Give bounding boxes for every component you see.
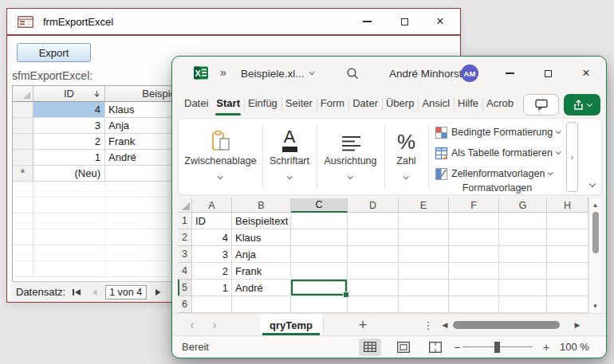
hscroll-left-icon[interactable]: ◀ xyxy=(439,314,451,336)
cell-styles-button[interactable]: Zellenformatvorlagen xyxy=(435,165,553,182)
cell-A6[interactable] xyxy=(192,296,232,313)
row-header-2[interactable]: 2 xyxy=(178,229,192,246)
search-icon[interactable] xyxy=(346,67,360,80)
sheet-prev-button[interactable]: ‹ xyxy=(183,314,201,336)
cell-C2[interactable] xyxy=(291,229,348,246)
tab-formeln[interactable]: Form xyxy=(317,90,348,118)
hscrollbar-thumb[interactable] xyxy=(453,321,560,329)
column-header-D[interactable]: D xyxy=(348,198,399,213)
cell-H5[interactable] xyxy=(547,280,588,296)
cell-C4[interactable] xyxy=(291,263,348,280)
row-header-5[interactable]: 5 xyxy=(178,280,192,296)
cell-D2[interactable] xyxy=(348,229,399,246)
excel-minimize-button[interactable] xyxy=(498,57,522,90)
hscroll-right-icon[interactable]: ▶ xyxy=(571,314,584,336)
tab-seitenlayout[interactable]: Seiter xyxy=(281,90,317,118)
page-layout-view-button[interactable] xyxy=(392,339,415,356)
cell-F3[interactable] xyxy=(449,246,499,263)
cell-E2[interactable] xyxy=(399,229,449,246)
cell-E6[interactable] xyxy=(399,296,449,313)
ribbon-group-number[interactable]: % Zahl xyxy=(384,119,428,194)
minimize-button[interactable] xyxy=(355,9,379,34)
column-header-G[interactable]: G xyxy=(499,198,547,213)
cell-E4[interactable] xyxy=(399,263,449,280)
cell-B5[interactable]: André xyxy=(232,280,291,296)
cell-B1[interactable]: Beispieltext xyxy=(232,213,291,229)
page-break-view-button[interactable] xyxy=(424,339,447,356)
record-selector[interactable] xyxy=(13,118,33,134)
cell-E5[interactable] xyxy=(399,280,449,296)
cell-C1[interactable] xyxy=(291,213,348,229)
sheet-tab-qrytemp[interactable]: qryTemp xyxy=(260,314,322,336)
tab-ansicht[interactable]: Ansicl xyxy=(418,90,454,118)
next-record-button[interactable] xyxy=(152,286,164,299)
row-header-1[interactable]: 1 xyxy=(178,213,192,229)
cell-D1[interactable] xyxy=(348,213,399,229)
zoom-slider-handle[interactable] xyxy=(494,342,500,353)
cell-A4[interactable]: 2 xyxy=(192,263,232,280)
zoom-out-button[interactable]: − xyxy=(451,336,462,358)
select-all-corner[interactable] xyxy=(178,198,192,213)
cell-A3[interactable]: 3 xyxy=(192,246,232,263)
quick-access-overflow[interactable]: » xyxy=(220,66,226,79)
cell-D5[interactable] xyxy=(348,280,399,296)
cell-G1[interactable] xyxy=(499,213,547,229)
format-as-table-button[interactable]: Als Tabelle formatieren xyxy=(435,144,560,162)
record-selector[interactable] xyxy=(13,102,33,118)
tab-einfuegen[interactable]: Einfüg xyxy=(244,90,281,118)
cell-B6[interactable] xyxy=(232,296,291,313)
cell-F6[interactable] xyxy=(449,296,499,313)
column-header-A[interactable]: A xyxy=(192,198,232,213)
cell-id[interactable]: 4 xyxy=(33,102,105,118)
avatar[interactable]: AM xyxy=(461,65,478,82)
scrollbar-thumb[interactable] xyxy=(592,212,599,253)
sheet-next-button[interactable]: › xyxy=(206,314,223,336)
collapse-ribbon-button[interactable] xyxy=(585,179,600,190)
cell-G5[interactable] xyxy=(499,280,547,296)
cell-A1[interactable]: ID xyxy=(192,213,232,229)
row-header-3[interactable]: 3 xyxy=(178,246,192,263)
cell-A2[interactable]: 4 xyxy=(192,229,232,246)
tab-datei[interactable]: Datei xyxy=(180,90,212,118)
cell-id[interactable]: 2 xyxy=(33,134,105,150)
cell-G4[interactable] xyxy=(499,263,547,280)
filename-menu[interactable]: Beispiele.xl... xyxy=(241,57,313,90)
export-button[interactable]: Export xyxy=(17,43,91,62)
scroll-down-icon[interactable]: ▼ xyxy=(589,303,601,310)
cell-F1[interactable] xyxy=(449,213,499,229)
tab-daten[interactable]: Dater xyxy=(348,90,382,118)
share-button[interactable] xyxy=(564,94,600,115)
cell-E3[interactable] xyxy=(399,246,449,263)
column-header-B[interactable]: B xyxy=(232,198,291,213)
column-header-id[interactable]: ID xyxy=(33,86,105,102)
datasheet-select-all[interactable] xyxy=(13,86,33,102)
record-selector[interactable] xyxy=(13,134,33,150)
column-header-F[interactable]: F xyxy=(449,198,499,213)
cell-H4[interactable] xyxy=(547,263,588,280)
record-position-box[interactable]: 1 von 4 xyxy=(105,285,147,299)
cell-H6[interactable] xyxy=(547,296,588,313)
excel-close-button[interactable]: × xyxy=(574,57,598,90)
cell-E1[interactable] xyxy=(399,213,449,229)
ribbon-scroll-next-button[interactable]: › xyxy=(566,122,578,192)
cell-D4[interactable] xyxy=(348,263,399,280)
row-header-4[interactable]: 4 xyxy=(178,263,192,280)
ribbon-group-alignment[interactable]: Ausrichtung xyxy=(317,119,384,194)
account-name[interactable]: André Minhorst xyxy=(389,57,462,90)
scroll-up-icon[interactable]: ▲ xyxy=(589,202,601,209)
record-selector[interactable] xyxy=(13,150,33,166)
cell-D6[interactable] xyxy=(348,296,399,313)
cell-F5[interactable] xyxy=(449,280,499,296)
cell-G2[interactable] xyxy=(499,229,547,246)
cell-id-new[interactable]: (Neu) xyxy=(33,166,105,182)
cell-G3[interactable] xyxy=(499,246,547,263)
cell-B4[interactable]: Frank xyxy=(232,263,291,280)
tab-start[interactable]: Start xyxy=(212,90,244,118)
cell-B3[interactable]: Anja xyxy=(232,246,291,263)
cell-A5[interactable]: 1 xyxy=(192,280,232,296)
cell-G6[interactable] xyxy=(499,296,547,313)
vertical-scrollbar[interactable]: ▲ ▼ xyxy=(588,198,601,313)
cell-C6[interactable] xyxy=(291,296,348,313)
comments-button[interactable] xyxy=(523,94,559,115)
tab-acrobat[interactable]: Acrob xyxy=(482,90,518,118)
